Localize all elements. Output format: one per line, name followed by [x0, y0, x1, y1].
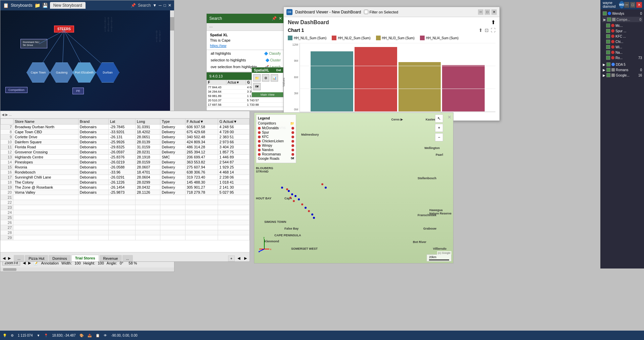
- sheet-scroll-right[interactable]: ▶: [243, 255, 248, 261]
- tab-nav-next[interactable]: ▶: [7, 255, 12, 261]
- close-icon[interactable]: ✕: [168, 3, 171, 8]
- sheet-scroll-left[interactable]: ◀: [236, 255, 241, 261]
- tab-dots[interactable]: ...: [14, 255, 24, 261]
- dominant-node[interactable]: Dominant NLI5K Drive: [20, 39, 47, 48]
- comp-checkbox-3[interactable]: [606, 40, 610, 44]
- app-maximize-btn[interactable]: □: [630, 2, 635, 8]
- minimize-icon[interactable]: ─: [159, 3, 162, 8]
- map-pin-1: [281, 187, 283, 189]
- gauteng-hex[interactable]: Gauteng: [50, 62, 73, 83]
- steers-node[interactable]: STEERS: [54, 26, 74, 33]
- map-pointer-tool[interactable]: ↖: [435, 114, 443, 123]
- dda5-expand-icon[interactable]: ▶: [603, 63, 605, 66]
- map-zoom-in-btn[interactable]: +: [435, 124, 443, 132]
- dash-minimize-btn[interactable]: ─: [478, 9, 483, 15]
- panel-competitor-row-3: Chi...: [602, 39, 643, 44]
- dashboard-title-bar: DB Dashboard Viewer - New DashBoard Filt…: [284, 7, 499, 17]
- search-close-icon[interactable]: ✕: [279, 16, 282, 21]
- scrollbar-thumb[interactable]: [170, 17, 174, 31]
- filter-checkbox[interactable]: [364, 10, 368, 14]
- add-sheet-btn[interactable]: +: [228, 255, 235, 261]
- status-settings-icon[interactable]: ⚙: [11, 334, 14, 337]
- chart-settings-btn[interactable]: ⊡: [485, 28, 489, 33]
- col-long: Long: [135, 119, 160, 125]
- panel-dda5-row: ▶ DDA 5: [602, 62, 643, 67]
- cell-type: Delivery: [160, 170, 185, 175]
- dash-restore-btn[interactable]: □: [485, 9, 490, 15]
- cell-g: 2 141 30: [218, 185, 250, 190]
- competitors-folder-icon[interactable]: 📁: [290, 122, 294, 125]
- chart-legend: HH_NLI1_Sum (Sum) HH_NLI2_Sum (Sum) HH_N…: [288, 36, 495, 40]
- table-row: 13 Highlands Centre Debonairs -25.8376 2…: [1, 155, 250, 160]
- spatialxl-folder-icon[interactable]: 📁: [253, 74, 261, 82]
- h-scrollbar-thumb[interactable]: [3, 268, 16, 271]
- compe-checkbox[interactable]: [607, 17, 611, 21]
- tab-nav-prev[interactable]: ◀: [2, 255, 6, 261]
- comp-checkbox-6[interactable]: [606, 56, 610, 60]
- app-win-controls: ─ □ ✕: [624, 2, 642, 8]
- search-pin-icon[interactable]: 📌: [272, 16, 277, 21]
- spatialxl-main-view-btn[interactable]: Main View: [252, 92, 283, 97]
- search-dropdown-icon[interactable]: ▼: [153, 3, 157, 8]
- cell-name: Vorna Valley: [13, 190, 78, 195]
- tab-dominos[interactable]: Dominos: [49, 255, 70, 261]
- compe-expand-icon[interactable]: ▶: [603, 18, 606, 21]
- map-close-icon[interactable]: ✕: [447, 114, 451, 120]
- map-background[interactable]: Kasteel Ceres ▶ ATLANTIS Malmesbury Well…: [254, 113, 453, 263]
- all-highlights-item[interactable]: all highlights 🔷 Classify: [207, 50, 285, 57]
- status-view-angle: -90.00, 0.00, 0.00: [111, 334, 137, 337]
- col-f-header: F: [207, 80, 226, 85]
- comp-checkbox-1[interactable]: [606, 29, 610, 33]
- status-zoom-dropdown[interactable]: ▼: [37, 334, 40, 337]
- google-checkbox[interactable]: [606, 73, 610, 77]
- nav-arrows[interactable]: ◀ ▶ ...: [2, 113, 12, 116]
- y-axis: 12M 9M 6M 3M 0M: [288, 43, 300, 118]
- maximize-icon[interactable]: □: [164, 3, 166, 8]
- save-icon[interactable]: 💾: [42, 3, 48, 8]
- tab-trial-stores[interactable]: Trial Stores: [71, 255, 99, 261]
- selection-to-highlights-item[interactable]: selection to highlights 🔷 Cluster: [207, 57, 285, 63]
- comp-dot-3: [611, 40, 614, 43]
- google-expand-icon[interactable]: ▶: [603, 74, 605, 77]
- competition-node[interactable]: Competition: [5, 87, 28, 93]
- tab-revenue[interactable]: Revenue: [100, 255, 122, 261]
- legend-nli1-color: [288, 36, 292, 40]
- table-row-empty: 26: [1, 220, 250, 225]
- folder-icon[interactable]: 📁: [35, 3, 40, 8]
- cell-type: Delivery: [160, 125, 185, 130]
- pin-icon[interactable]: 📌: [131, 3, 136, 8]
- wendys-checkbox[interactable]: [603, 11, 607, 15]
- romans-checkbox[interactable]: [606, 68, 610, 72]
- port-elizabeth-hex[interactable]: Port Elizabeth: [72, 62, 96, 83]
- panel-competitor-row-5: Na...: [602, 50, 643, 55]
- spatialxl-settings-icon[interactable]: ⚙: [262, 74, 269, 82]
- dash-close-btn[interactable]: ✕: [491, 9, 497, 15]
- panel-section-compe: ▶ Compe... 0: [602, 17, 643, 22]
- comp-checkbox-5[interactable]: [606, 50, 610, 54]
- spatialxl-table-icon[interactable]: 📊: [271, 74, 278, 82]
- pe-node[interactable]: PE: [72, 88, 84, 94]
- tab-pizza-hut[interactable]: Pizza Hut: [25, 255, 48, 261]
- app-minimize-btn[interactable]: ─: [624, 2, 630, 8]
- comp-checkbox-4[interactable]: [606, 45, 610, 49]
- search-link[interactable]: https://ww: [210, 44, 226, 48]
- filter-on-selected[interactable]: Filter on Selected: [364, 10, 398, 14]
- status-table-icon[interactable]: 📋: [96, 334, 100, 337]
- canvas-scrollbar-h[interactable]: [0, 268, 174, 272]
- comp-checkbox-0[interactable]: [606, 23, 610, 28]
- spreadsheet-table: Store Name Brand Lat Long Type F Actual▼…: [0, 118, 250, 252]
- dashboard-export-btn[interactable]: ⬆: [491, 19, 495, 26]
- chart-export-btn[interactable]: ⬆: [479, 28, 483, 33]
- tab-more[interactable]: ...: [122, 255, 133, 261]
- comp-checkbox-2[interactable]: [606, 34, 610, 38]
- durban-hex[interactable]: Durban: [96, 62, 119, 83]
- spatialxl-map-icon[interactable]: 🗺: [253, 83, 261, 90]
- app-close-btn[interactable]: ✕: [636, 2, 642, 8]
- map-zoom-out-btn[interactable]: −: [435, 133, 443, 141]
- dda5-checkbox[interactable]: [606, 62, 610, 66]
- storyboard-tab-active[interactable]: New Storyboard: [50, 2, 86, 9]
- status-share-icon[interactable]: 📤: [88, 334, 92, 337]
- cape-town-hex[interactable]: Cape Town: [26, 62, 50, 83]
- romans-expand-icon[interactable]: ▶: [603, 68, 605, 72]
- chart-fullscreen-btn[interactable]: ⛶: [491, 28, 495, 33]
